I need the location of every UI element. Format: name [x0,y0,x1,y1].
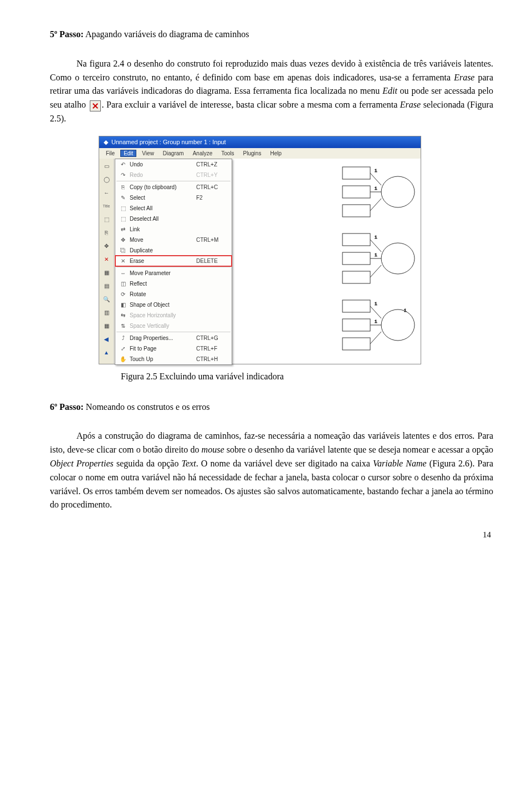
page-number: 14 [50,529,491,541]
figure-screenshot: ◆ Unnamed project : Group number 1 : Inp… [99,136,421,364]
tool-ellipse[interactable]: ◯ [100,174,113,186]
menu-view[interactable]: View [139,150,157,157]
tool-copy[interactable]: ⎘ [100,227,113,239]
tool-rect[interactable]: ▭ [100,160,113,172]
svg-text:1: 1 [375,319,377,324]
menu-item-select[interactable]: ✎SelectF2 [115,192,232,203]
menu-item-label: Move Parameter [129,270,196,276]
svg-line-6 [370,199,381,211]
menu-item-icon: ◫ [117,279,129,288]
svg-point-0 [381,176,415,207]
menu-item-label: Drag Properties... [129,335,196,341]
tool-title[interactable]: Title [100,200,113,212]
menu-file[interactable]: File [103,150,118,157]
menu-item-space-horizontally: ⇆Space Horizontally [115,310,232,321]
svg-text:1: 1 [375,168,377,173]
tool-spreadsheet[interactable]: ▥ [100,307,113,319]
menu-item-copy-to-clipboard-[interactable]: ⎘Copy (to clipboard)CTRL+C [115,182,232,192]
step6-paragraph: Após a construção do diagrama de caminho… [50,429,493,512]
menu-item-rotate[interactable]: ⟳Rotate [115,289,232,299]
svg-rect-19 [342,300,370,312]
menu-item-reflect[interactable]: ◫Reflect [115,278,232,289]
app-icon: ◆ [104,139,108,146]
menu-separator [116,181,231,181]
menu-item-undo[interactable]: ↶UndoCTRL+Z [115,159,232,170]
menu-item-move-parameter[interactable]: ↔Move Parameter [115,268,232,278]
svg-text:1: 1 [375,186,377,191]
menu-item-icon: ⬚ [117,204,129,212]
svg-rect-2 [342,186,370,198]
tool-back[interactable]: ◀ [100,333,113,346]
menu-item-icon: ⇅ [117,321,129,330]
menu-item-deselect-all[interactable]: ⬚Deselect All [115,214,232,224]
menu-item-icon: ↔ [117,268,129,277]
menu-item-label: Copy (to clipboard) [129,184,196,190]
tool-move[interactable]: ✥ [100,240,113,252]
menu-tools[interactable]: Tools [218,150,237,157]
step6-label: 6º Passo: [50,402,84,412]
tool-arrow[interactable]: ← [100,187,113,199]
menu-item-erase[interactable]: ✕EraseDELETE [115,256,232,266]
menu-item-icon: ⬚ [117,214,129,223]
menu-item-icon: ⎘ [117,182,129,191]
svg-text:1: 1 [404,308,407,313]
menu-item-drag-properties-[interactable]: ⤴Drag Properties...CTRL+G [115,333,232,343]
menu-item-move[interactable]: ✥MoveCTRL+M [115,235,232,245]
step5-label: 5º Passo: [50,29,84,39]
svg-line-22 [370,306,381,318]
menu-item-icon: ⿻ [117,246,129,255]
menu-item-shortcut: CTRL+Y [196,172,229,178]
tool-palette: ▭ ◯ ← Title ⬚ ⎘ ✥ ✕ ▦ ▤ 🔍 ▥ ▦ ◀ ▲ [99,159,114,364]
menu-item-label: Reflect [129,281,196,287]
tool-text[interactable]: ▤ [100,280,113,292]
menu-item-link[interactable]: ⇄Link [115,224,232,235]
menu-diagram[interactable]: Diagram [160,150,187,157]
svg-text:1: 1 [375,301,377,306]
figure-caption: Figura 2.5 Excluindo uma variável indica… [121,370,493,384]
menu-item-label: Space Horizontally [129,312,196,318]
menu-item-label: Shape of Object [129,302,196,308]
menu-item-label: Deselect All [129,216,196,222]
menu-item-label: Move [129,237,196,243]
svg-text:1: 1 [375,235,377,240]
menu-edit[interactable]: Edit [120,150,136,157]
menu-item-shortcut: F2 [196,195,229,201]
menu-item-icon: ✕ [117,256,129,265]
menu-item-icon: ⇆ [117,311,129,319]
menu-item-space-vertically: ⇅Space Vertically [115,321,232,331]
tool-select[interactable]: ⬚ [100,214,113,226]
svg-line-24 [370,332,381,344]
menu-item-label: Duplicate [129,247,196,253]
menu-item-label: Redo [129,172,196,178]
menu-item-label: Link [129,226,196,232]
tool-erase[interactable]: ✕ [100,253,113,266]
tool-run[interactable]: ▦ [100,320,113,332]
menu-item-shortcut: DELETE [196,258,229,264]
tool-up[interactable]: ▲ [100,347,113,359]
menu-help[interactable]: Help [267,150,285,157]
menu-item-shortcut: CTRL+G [196,335,229,341]
window-title: Unnamed project : Group number 1 : Input [111,139,226,145]
menu-item-touch-up[interactable]: ✋Touch UpCTRL+H [115,354,232,364]
menu-item-fit-to-page[interactable]: ⤢Fit to PageCTRL+F [115,343,232,354]
menu-item-label: Select [129,195,196,201]
menu-item-icon: ⟳ [117,290,129,298]
tool-zoom[interactable]: 🔍 [100,293,113,306]
menu-item-select-all[interactable]: ⬚Select All [115,203,232,214]
menu-item-label: Select All [129,205,196,211]
svg-rect-10 [342,233,370,246]
menu-plugins[interactable]: Plugins [240,150,265,157]
menu-separator [116,332,231,332]
svg-rect-1 [342,167,370,179]
menu-item-shape-of-object[interactable]: ◧Shape of Object [115,299,232,310]
menubar: File Edit View Diagram Analyze Tools Plu… [99,148,421,159]
svg-line-13 [370,240,381,252]
svg-rect-3 [342,205,370,217]
menu-item-icon: ◧ [117,300,129,309]
menu-analyze[interactable]: Analyze [190,150,216,157]
step6-heading: 6º Passo: Nomeando os construtos e os er… [50,400,493,414]
menu-item-label: Fit to Page [129,346,196,352]
menu-item-duplicate[interactable]: ⿻Duplicate [115,245,232,256]
tool-fill[interactable]: ▦ [100,267,113,279]
menu-item-icon: ✥ [117,235,129,244]
